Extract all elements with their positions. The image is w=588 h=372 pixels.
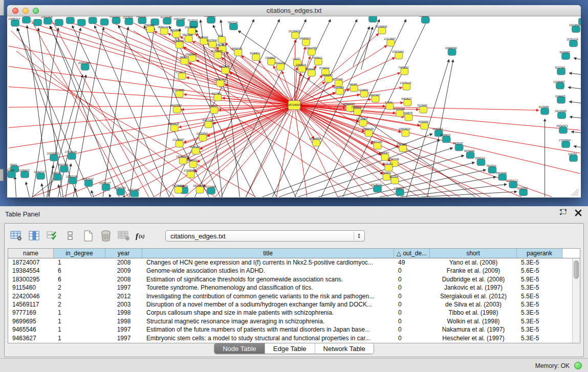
graph-node[interactable] bbox=[455, 144, 463, 151]
graph-node[interactable] bbox=[176, 41, 183, 48]
graph-node[interactable] bbox=[396, 110, 404, 117]
graph-node[interactable] bbox=[477, 159, 485, 166]
graph-node[interactable] bbox=[252, 54, 260, 60]
graph-node[interactable] bbox=[578, 18, 581, 25]
select-rows-icon[interactable] bbox=[46, 229, 59, 243]
graph-node[interactable] bbox=[125, 18, 133, 25]
graph-node[interactable] bbox=[176, 141, 183, 147]
table-row[interactable]: 946554611997Estimation of the future num… bbox=[8, 325, 580, 334]
graph-node[interactable] bbox=[23, 16, 31, 23]
graph-node[interactable] bbox=[374, 186, 382, 192]
graph-node[interactable] bbox=[556, 82, 564, 89]
graph-node[interactable] bbox=[163, 17, 171, 24]
graph-node[interactable] bbox=[498, 174, 507, 181]
graph-node[interactable] bbox=[210, 107, 218, 114]
graph-node[interactable] bbox=[308, 70, 315, 76]
graph-node[interactable] bbox=[172, 31, 180, 37]
network-canvas[interactable]: 1405571420691406106532871527602646616010… bbox=[7, 16, 581, 197]
column-header-5[interactable]: short bbox=[430, 249, 517, 258]
graph-node[interactable] bbox=[178, 73, 186, 79]
graph-node[interactable] bbox=[138, 17, 146, 24]
graph-node[interactable] bbox=[214, 52, 222, 58]
column-header-3[interactable]: title bbox=[142, 249, 394, 258]
delete-rows-icon[interactable] bbox=[99, 229, 113, 243]
column-header-4[interactable]: △ out_de... bbox=[394, 249, 430, 258]
table-settings-icon[interactable] bbox=[10, 229, 23, 243]
graph-node[interactable] bbox=[112, 17, 120, 24]
table-row[interactable]: 946362711997Embryonic stem cells: a mode… bbox=[8, 334, 580, 342]
graph-node[interactable] bbox=[466, 152, 474, 159]
graph-node[interactable] bbox=[369, 16, 377, 22]
graph-node[interactable] bbox=[442, 136, 450, 143]
graph-node[interactable] bbox=[312, 140, 320, 146]
graph-node[interactable] bbox=[77, 19, 85, 26]
close-window-icon[interactable] bbox=[12, 8, 18, 14]
graph-node[interactable] bbox=[214, 94, 222, 101]
graph-node[interactable] bbox=[509, 182, 517, 188]
graph-node[interactable] bbox=[298, 65, 306, 72]
graph-node[interactable] bbox=[181, 58, 188, 64]
graph-node[interactable] bbox=[50, 155, 58, 161]
zoom-window-icon[interactable] bbox=[33, 8, 39, 14]
table-row[interactable]: 977716911998Corpus callosum shape and si… bbox=[8, 309, 580, 317]
graph-node[interactable] bbox=[222, 67, 229, 74]
graph-node[interactable] bbox=[55, 19, 63, 26]
graph-node[interactable] bbox=[33, 19, 41, 26]
graph-node[interactable] bbox=[117, 189, 125, 195]
graph-node[interactable] bbox=[68, 153, 76, 160]
graph-node[interactable] bbox=[66, 17, 74, 24]
graph-node[interactable] bbox=[359, 120, 367, 126]
graph-node[interactable] bbox=[386, 103, 394, 110]
table-row[interactable]: 911546021997Tourette syndrome. Phenomeno… bbox=[8, 283, 580, 292]
column-header-6[interactable]: pagerank bbox=[517, 249, 562, 258]
memory-ok-indicator[interactable] bbox=[574, 362, 582, 369]
graph-node[interactable] bbox=[102, 184, 110, 191]
graph-node[interactable] bbox=[395, 52, 403, 59]
graph-node[interactable] bbox=[541, 108, 549, 115]
graph-node[interactable] bbox=[177, 19, 185, 26]
table-row[interactable]: 969969511998Structural magnetic resonanc… bbox=[8, 317, 580, 325]
graph-node[interactable] bbox=[354, 108, 361, 115]
graph-node[interactable] bbox=[216, 80, 224, 86]
graph-node[interactable] bbox=[488, 167, 496, 173]
row-height-icon[interactable] bbox=[63, 229, 77, 243]
graph-node[interactable] bbox=[360, 91, 368, 97]
graph-node[interactable] bbox=[557, 97, 565, 103]
graph-node[interactable] bbox=[448, 49, 456, 55]
graph-node[interactable] bbox=[170, 125, 178, 132]
column-header-1[interactable]: in_degree bbox=[54, 249, 105, 258]
graph-node[interactable] bbox=[36, 173, 45, 180]
graph-node[interactable] bbox=[558, 112, 566, 119]
graph-node[interactable] bbox=[403, 83, 410, 90]
graph-node[interactable] bbox=[21, 171, 29, 178]
graph-node[interactable] bbox=[396, 189, 404, 196]
table-row[interactable]: 1872400712008Changes of HCN gene express… bbox=[8, 258, 580, 267]
graph-node[interactable] bbox=[189, 161, 197, 168]
graph-node[interactable] bbox=[374, 143, 381, 149]
graph-node[interactable] bbox=[402, 130, 409, 137]
graph-node[interactable] bbox=[569, 155, 577, 162]
graph-node[interactable] bbox=[53, 174, 61, 181]
graph-node[interactable] bbox=[372, 96, 379, 102]
graph-node[interactable] bbox=[569, 40, 577, 47]
graph-node[interactable] bbox=[11, 19, 19, 26]
graph-node[interactable] bbox=[207, 16, 215, 23]
graph-node[interactable] bbox=[399, 145, 407, 152]
graph-node[interactable] bbox=[562, 141, 570, 148]
graph-node[interactable] bbox=[205, 121, 212, 128]
close-panel-icon[interactable] bbox=[575, 209, 582, 218]
graph-node[interactable] bbox=[209, 41, 216, 48]
new-table-icon[interactable] bbox=[81, 229, 95, 243]
tab-node-table[interactable]: Node Table bbox=[214, 343, 265, 354]
graph-node[interactable] bbox=[188, 55, 196, 61]
graph-node[interactable] bbox=[187, 171, 194, 178]
minimize-window-icon[interactable] bbox=[23, 8, 29, 14]
graph-node[interactable] bbox=[314, 58, 322, 65]
scrollbar-thumb[interactable] bbox=[574, 260, 579, 279]
graph-node[interactable] bbox=[378, 27, 386, 34]
graph-node[interactable] bbox=[84, 180, 93, 187]
graph-node[interactable] bbox=[43, 17, 52, 24]
table-vertical-scrollbar[interactable] bbox=[572, 258, 580, 343]
graph-node[interactable] bbox=[176, 91, 183, 97]
graph-node[interactable] bbox=[421, 16, 429, 23]
